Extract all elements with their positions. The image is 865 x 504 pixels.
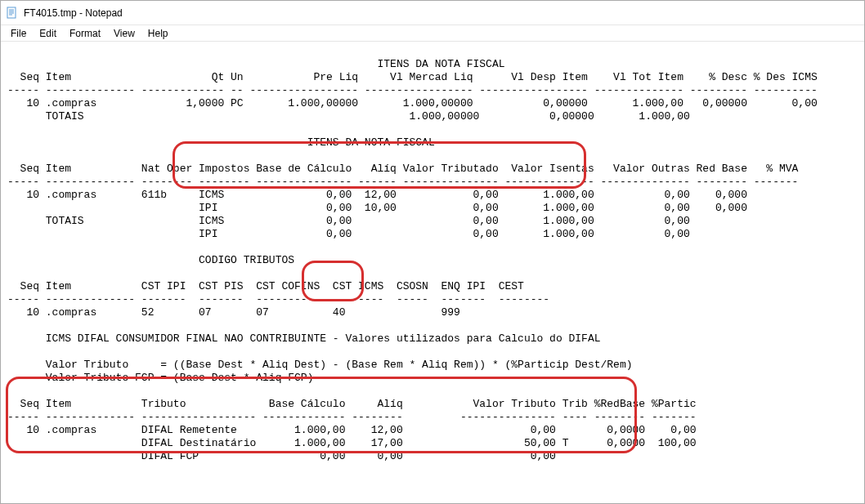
text-line: IPI 0,00 0,00 1.000,00 0,00	[7, 228, 690, 240]
menu-file[interactable]: File	[4, 27, 33, 40]
text-line: CODIGO TRIBUTOS	[7, 254, 294, 266]
text-line: ITENS DA NOTA FISCAL	[7, 136, 435, 149]
text-line: ----- -------------- ------------------ …	[7, 411, 697, 423]
text-line: ITENS DA NOTA FISCAL	[7, 58, 505, 70]
text-line: ----- -------------- -------- -------- -…	[7, 176, 798, 188]
menu-help[interactable]: Help	[141, 27, 175, 40]
text-line: DIFAL FCP 0,00 0,00 0,00	[7, 450, 556, 462]
text-line: DIFAL Destinatário 1.000,00 17,00 50,00 …	[7, 437, 697, 449]
window-title: FT4015.tmp - Notepad	[24, 7, 123, 19]
text-line: Seq Item Tributo Base Cálculo Alíq Valor…	[7, 398, 697, 410]
text-line: Valor Tributo FCP = (Base Dest * Aliq FC…	[7, 372, 313, 384]
notepad-icon	[6, 7, 19, 20]
text-line: 10 .compras 1,0000 PC 1.000,00000 1.000,…	[7, 97, 818, 109]
menu-view[interactable]: View	[107, 27, 141, 40]
menu-format[interactable]: Format	[63, 27, 107, 40]
text-line: Seq Item Qt Un Pre Liq Vl Mercad Liq Vl …	[7, 71, 818, 83]
text-line: Seq Item CST IPI CST PIS CST COFINS CST …	[7, 280, 524, 292]
text-line: Seq Item Nat Oper Impostos Base de Cálcu…	[7, 163, 798, 175]
text-line: Valor Tributo = ((Base Dest * Aliq Dest)…	[7, 359, 633, 371]
menu-edit[interactable]: Edit	[33, 27, 63, 40]
text-line: TOTAIS ICMS 0,00 0,00 1.000,00 0,00	[7, 215, 690, 227]
text-line: 10 .compras 611b ICMS 0,00 12,00 0,00 1.…	[7, 189, 747, 201]
text-line: 10 .compras 52 07 07 40 999	[7, 306, 460, 319]
text-line: ----- -------------- ------------- -- --…	[7, 84, 818, 96]
text-line: ICMS DIFAL CONSUMIDOR FINAL NAO CONTRIBU…	[7, 332, 601, 345]
text-area[interactable]: ITENS DA NOTA FISCAL Seq Item Qt Un Pre …	[1, 42, 864, 504]
text-line: TOTAIS 1.000,00000 0,00000 1.000,00	[7, 110, 690, 123]
text-line: 10 .compras DIFAL Remetente 1.000,00 12,…	[7, 424, 697, 436]
text-line: IPI 0,00 10,00 0,00 1.000,00 0,00 0,000	[7, 202, 747, 214]
text-line: ----- -------------- ------- ------- ---…	[7, 293, 549, 306]
titlebar[interactable]: FT4015.tmp - Notepad	[1, 1, 864, 25]
menubar: File Edit Format View Help	[1, 25, 864, 42]
